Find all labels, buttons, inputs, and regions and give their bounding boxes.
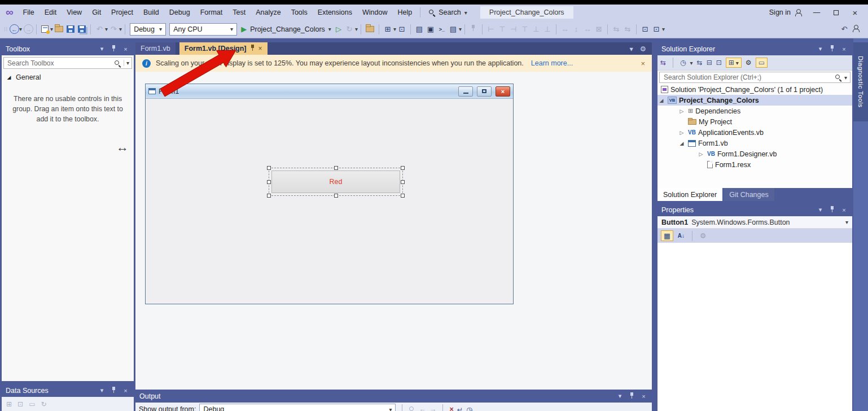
active-files-chevron-icon[interactable]: ▾ [630, 45, 633, 53]
tab-diagnostic-tools[interactable]: Diagnostic Tools [853, 42, 868, 121]
designed-form[interactable]: Form1 × Red [145, 84, 514, 304]
solution-configurations-dropdown[interactable]: Debug ▾ [130, 23, 166, 36]
redo-chevron-icon[interactable]: ▾ [119, 26, 122, 32]
learn-more-link[interactable]: Learn more... [531, 59, 573, 67]
resize-handle-top-center[interactable] [334, 166, 338, 170]
data-sources-pin-icon[interactable] [109, 387, 118, 395]
lock-controls-icon[interactable]: ⊠ [593, 25, 604, 33]
tab-git-changes[interactable]: Git Changes [724, 188, 774, 201]
solution-platforms-dropdown[interactable]: Any CPU ▾ [169, 23, 237, 36]
properties-menu-chevron-icon[interactable]: ▾ [816, 206, 825, 213]
button-selection-box[interactable]: Red [269, 168, 403, 196]
preview-selected-items-toggle[interactable]: ▭ [756, 58, 768, 68]
send-feedback-icon[interactable] [850, 25, 861, 33]
tree-item-solution[interactable]: Solution 'Project_Change_Colors' (1 of 1… [657, 84, 852, 95]
menu-edit[interactable]: Edit [40, 5, 62, 20]
output-source-dropdown[interactable]: Debug ▾ [199, 404, 396, 411]
expander-expanded-icon[interactable]: ◢ [678, 141, 686, 146]
start-without-debugging-button[interactable]: ▷ [336, 25, 341, 33]
tree-item-form1-resx[interactable]: Form1.resx [657, 159, 852, 170]
align-bottoms-icon[interactable]: ⊥ [542, 25, 553, 33]
output-menu-chevron-icon[interactable]: ▾ [616, 392, 624, 400]
hot-reload-chevron-icon[interactable]: ▾ [355, 26, 358, 32]
expander-collapsed-icon[interactable]: ▷ [678, 108, 686, 114]
show-all-files-toggle[interactable]: ⊞ ▾ [726, 58, 742, 68]
restore-button[interactable] [826, 5, 845, 20]
tab-solution-explorer[interactable]: Solution Explorer [657, 188, 722, 201]
resize-handle-middle-left[interactable] [267, 180, 271, 184]
solution-explorer-search-box[interactable]: ▾ [659, 72, 851, 83]
form-designer-canvas[interactable]: Form1 × Red [135, 72, 652, 390]
pending-changes-filter-icon[interactable]: ◷ [680, 59, 686, 67]
close-button[interactable]: × [845, 5, 865, 20]
document-outline-icon[interactable]: ▤ [448, 25, 459, 33]
solution-explorer-menu-chevron-icon[interactable]: ▾ [816, 45, 825, 53]
resize-handle-middle-right[interactable] [401, 180, 405, 184]
solution-explorer-search-input[interactable] [663, 73, 835, 82]
menu-project[interactable]: Project [106, 5, 138, 20]
pin-tab-icon[interactable] [468, 25, 479, 33]
menu-extensions[interactable]: Extensions [313, 5, 357, 20]
save-icon[interactable] [67, 25, 74, 33]
navigate-forward-button[interactable]: → [24, 24, 33, 34]
expander-expanded-icon[interactable]: ◢ [657, 98, 665, 103]
red-button-control[interactable]: Red [271, 170, 400, 193]
expander-collapsed-icon[interactable]: ▷ [678, 130, 686, 135]
toolbar-overflow-chevron-icon[interactable]: ▾ [662, 26, 665, 32]
close-tab-icon[interactable]: × [258, 45, 262, 53]
new-project-icon[interactable] [41, 25, 49, 33]
find-in-files-icon[interactable] [366, 26, 374, 32]
properties-pin-icon[interactable] [828, 206, 836, 214]
resize-handle-top-right[interactable] [401, 166, 405, 170]
chevron-down-icon[interactable]: ▾ [844, 75, 847, 81]
resize-handle-bottom-right[interactable] [401, 194, 405, 198]
form-maximize-button[interactable] [477, 86, 492, 97]
menu-debug[interactable]: Debug [164, 5, 195, 20]
start-debugging-button[interactable]: ▶ Project_Change_Colors ▾ [241, 25, 331, 33]
dismiss-info-bar-icon[interactable]: × [641, 59, 645, 68]
navigate-backward-button[interactable]: ← [10, 24, 19, 34]
collapse-all-icon[interactable]: ⊟ [707, 59, 712, 67]
menu-file[interactable]: File [18, 5, 40, 20]
minimize-button[interactable]: — [807, 5, 826, 20]
word-wrap-icon[interactable]: ↵ [457, 405, 463, 411]
package-manager-icon[interactable]: ▣ [425, 25, 436, 33]
code-cleanup-icon[interactable]: ⊡ [396, 25, 407, 33]
tree-item-application-events[interactable]: ▷ VB ApplicationEvents.vb [657, 127, 852, 138]
tree-item-dependencies[interactable]: ▷ ⊞ Dependencies [657, 106, 852, 116]
form-close-button[interactable]: × [496, 86, 510, 97]
redo-button[interactable]: ↷ [108, 25, 119, 33]
new-project-chevron-icon[interactable]: ▾ [50, 26, 53, 32]
toolbox-menu-chevron-icon[interactable]: ▾ [98, 45, 106, 53]
open-file-icon[interactable] [55, 26, 63, 32]
wrench-icon[interactable]: ⚙ [746, 59, 752, 67]
undo-button[interactable]: ↶ [94, 25, 105, 33]
save-all-icon[interactable] [78, 25, 86, 33]
menu-tools[interactable]: Tools [286, 5, 313, 20]
pin-tab-icon[interactable] [250, 45, 255, 53]
tree-item-my-project[interactable]: My Project [657, 116, 852, 127]
share-icon[interactable]: ↶ [839, 25, 850, 33]
toolbox-search-box[interactable]: ▾ [3, 57, 132, 69]
resize-handle-bottom-left[interactable] [267, 194, 271, 198]
toolbox-pin-icon[interactable] [109, 45, 118, 53]
chevron-down-icon[interactable]: ▾ [459, 26, 462, 32]
send-to-back-icon[interactable]: ⊡ [651, 25, 662, 33]
menu-build[interactable]: Build [138, 5, 164, 20]
menu-help[interactable]: Help [392, 5, 417, 20]
make-same-size-icon[interactable]: ↔ [582, 25, 593, 33]
timestamp-icon[interactable]: ◷ [466, 405, 472, 411]
toolbox-group-general[interactable]: ◢ General [2, 71, 134, 84]
tree-item-form1[interactable]: ◢ Form1.vb [657, 138, 852, 148]
align-rights-icon[interactable]: ⊣ [508, 25, 519, 33]
previous-message-icon[interactable]: ← [419, 405, 426, 411]
align-tops-icon[interactable]: ⊤ [519, 25, 531, 33]
next-message-icon[interactable]: → [429, 405, 437, 411]
clear-all-output-icon[interactable]: × [449, 405, 453, 411]
hot-reload-button[interactable]: ↻ [344, 25, 355, 33]
tree-item-project[interactable]: ◢ VB Project_Change_Colors [657, 95, 852, 106]
sync-with-active-document-icon[interactable]: ⇆ [660, 59, 666, 67]
menu-test[interactable]: Test [227, 5, 251, 20]
sign-in-button[interactable]: Sign in [764, 5, 807, 20]
configure-data-source-icon[interactable]: ⊡ [17, 400, 23, 408]
